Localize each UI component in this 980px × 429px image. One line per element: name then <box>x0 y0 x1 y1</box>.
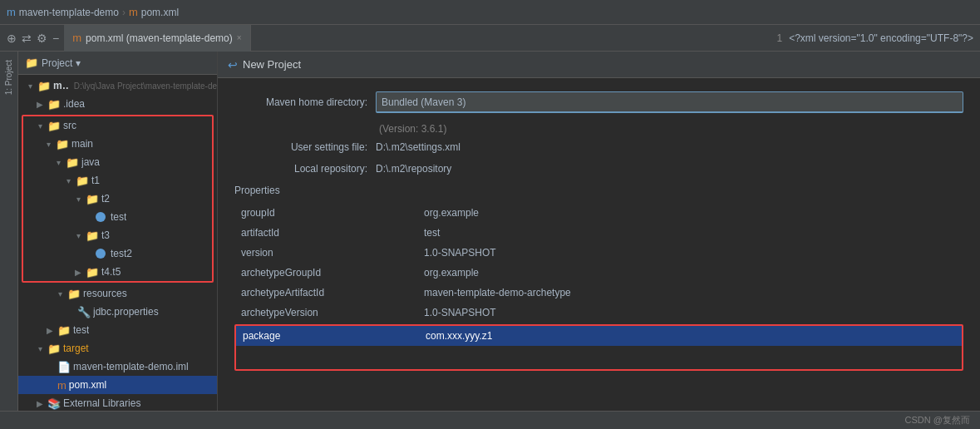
prop-row-archetypeGroupId[interactable]: archetypeGroupId org.example <box>234 263 963 283</box>
tree-item-t3[interactable]: ▾ 📁 t3 <box>23 226 212 244</box>
prop-row-archetypeArtifactId[interactable]: archetypeArtifactId maven-template-demo-… <box>234 283 963 303</box>
prop-row-package[interactable]: package com.xxx.yyy.z1 <box>236 326 962 346</box>
bottom-bar: CSDN @复然而 <box>0 411 980 429</box>
tree-label-iml: maven-template-demo.iml <box>73 361 189 372</box>
prop-key-version: version <box>241 247 424 259</box>
prop-key-archetypeArtifactId: archetypeArtifactId <box>241 287 424 298</box>
toolbar-left: ⊕ ⇄ ⚙ − m pom.xml (maven-template-demo) … <box>7 25 251 52</box>
bottom-credit: CSDN @复然而 <box>905 414 970 427</box>
user-settings-value: D:\.m2\settings.xml <box>376 141 460 153</box>
tree-arrow-target: ▾ <box>35 344 45 353</box>
maven-version-text: (Version: 3.6.1) <box>379 123 446 135</box>
prop-key-groupId: groupId <box>241 207 424 219</box>
folder-icon-t3: 📁 <box>86 229 99 242</box>
side-tab-panel: 1: Project <box>0 52 18 411</box>
tree-label-ext-lib: External Libraries <box>63 397 140 409</box>
breadcrumb-file: pom.xml <box>141 7 179 18</box>
folder-icon-idea: 📁 <box>47 98 61 111</box>
tree-arrow-resources: ▾ <box>55 289 65 298</box>
file-tree-header-label: Project ▾ <box>42 57 81 69</box>
prop-val-artifactId: test <box>424 227 440 239</box>
tree-item-pom[interactable]: m pom.xml <box>18 376 217 394</box>
tree-label-t2: t2 <box>101 193 110 205</box>
tree-item-test2[interactable]: test2 <box>23 244 212 263</box>
folder-icon-t2: 📁 <box>86 193 99 205</box>
tree-label-t1: t1 <box>91 175 100 186</box>
library-icon: 📚 <box>47 397 61 410</box>
form-area: Maven home directory: (Version: 3.6.1) U… <box>218 78 980 411</box>
tree-label-test2: test2 <box>111 248 132 259</box>
line-number: 1 <box>776 32 782 44</box>
tree-item-resources[interactable]: ▾ 📁 resources <box>18 284 217 303</box>
local-repo-label: Local repository: <box>234 163 367 175</box>
user-settings-label: User settings file: <box>234 141 367 153</box>
tree-path: D:\lyq\Java Project\maven-template-de <box>74 81 217 91</box>
tree-label-root: maven-template-demo <box>53 80 68 91</box>
tab-label: pom.xml (maven-template-demo) <box>86 32 233 44</box>
prop-val-archetypeVersion: 1.0-SNAPSHOT <box>424 307 496 318</box>
new-project-header: ↩ New Project <box>218 52 980 78</box>
prop-empty-row <box>236 346 962 369</box>
tab-xml-icon: m <box>72 32 81 44</box>
form-row-user-settings: User settings file: D:\.m2\settings.xml <box>234 141 963 153</box>
tree-label-main: main <box>71 138 93 150</box>
folder-icon-resources: 📁 <box>67 288 81 300</box>
tree-arrow-ext-lib: ▶ <box>35 399 45 408</box>
tree-arrow-t4t5: ▶ <box>73 268 83 277</box>
title-bar: m maven-template-demo › m pom.xml <box>0 0 980 25</box>
prop-row-artifactId[interactable]: artifactId test <box>234 223 963 243</box>
breadcrumb: maven-template-demo › m pom.xml <box>19 6 179 18</box>
tree-arrow-java: ▾ <box>53 158 63 167</box>
tree-item-java[interactable]: ▾ 📁 java <box>23 153 212 171</box>
tree-item-iml[interactable]: 📄 maven-template-demo.iml <box>18 358 217 376</box>
pom-xml-tab[interactable]: m pom.xml (maven-template-demo) × <box>64 25 250 52</box>
prop-val-package: com.xxx.yyy.z1 <box>426 330 492 342</box>
tree-item-t2[interactable]: ▾ 📁 t2 <box>23 190 212 208</box>
tree-body: ▾ 📁 maven-template-demo D:\lyq\Java Proj… <box>18 75 217 411</box>
form-row-version: (Version: 3.6.1) <box>234 123 963 135</box>
xml-icon-pom: m <box>57 379 66 392</box>
tree-item-ext-lib[interactable]: ▶ 📚 External Libraries <box>18 394 217 411</box>
toolbar-icon-add[interactable]: ⊕ <box>7 32 17 45</box>
tree-item-t4t5[interactable]: ▶ 📁 t4.t5 <box>23 263 212 281</box>
prop-row-archetypeVersion[interactable]: archetypeVersion 1.0-SNAPSHOT <box>234 303 963 323</box>
tree-label-target: target <box>63 343 89 354</box>
tree-label-src: src <box>63 120 76 131</box>
tree-item-main[interactable]: ▾ 📁 main <box>23 135 212 153</box>
maven-home-input[interactable] <box>376 91 963 113</box>
folder-icon-java: 📁 <box>66 156 79 169</box>
tree-label-jdbc: jdbc.properties <box>93 306 159 318</box>
tree-item-root[interactable]: ▾ 📁 maven-template-demo D:\lyq\Java Proj… <box>18 76 217 95</box>
side-tab-label[interactable]: 1: Project <box>2 55 15 100</box>
toolbar-icon-swap[interactable]: ⇄ <box>22 32 32 45</box>
tree-label-test: test <box>111 211 126 223</box>
tree-item-test-folder[interactable]: ▶ 📁 test <box>18 321 217 339</box>
iml-icon: 📄 <box>57 361 71 373</box>
properties-highlight-area: package com.xxx.yyy.z1 <box>234 324 963 371</box>
tree-label-java: java <box>81 156 100 168</box>
tree-item-idea[interactable]: ▶ 📁 .idea <box>18 95 217 113</box>
file-tree-header[interactable]: 📁 Project ▾ <box>18 52 217 75</box>
toolbar-icon-minus[interactable]: − <box>52 32 59 45</box>
tree-item-src[interactable]: ▾ 📁 src <box>23 116 212 135</box>
tree-label-test-folder: test <box>73 324 89 336</box>
prop-row-groupId[interactable]: groupId org.example <box>234 203 963 223</box>
tree-item-t1[interactable]: ▾ 📁 t1 <box>23 171 212 190</box>
tab-close-button[interactable]: × <box>237 33 242 42</box>
folder-icon-main: 📁 <box>56 138 69 150</box>
new-project-title: New Project <box>243 58 301 71</box>
new-project-icon: ↩ <box>228 58 238 72</box>
title-project-icon: m <box>7 6 16 18</box>
folder-icon-target: 📁 <box>47 343 61 355</box>
tree-label-resources: resources <box>83 288 127 299</box>
tree-label-idea: .idea <box>63 98 85 110</box>
tree-item-test[interactable]: test <box>23 208 212 226</box>
toolbar-icon-settings[interactable]: ⚙ <box>37 32 47 45</box>
tree-item-target[interactable]: ▾ 📁 target <box>18 339 217 358</box>
tree-arrow-test-folder: ▶ <box>45 326 55 335</box>
prop-row-version[interactable]: version 1.0-SNAPSHOT <box>234 243 963 263</box>
prop-key-archetypeGroupId: archetypeGroupId <box>241 267 424 279</box>
breadcrumb-project: maven-template-demo <box>19 7 119 18</box>
tree-item-jdbc[interactable]: 🔧 jdbc.properties <box>18 303 217 321</box>
prop-val-groupId: org.example <box>424 207 479 219</box>
